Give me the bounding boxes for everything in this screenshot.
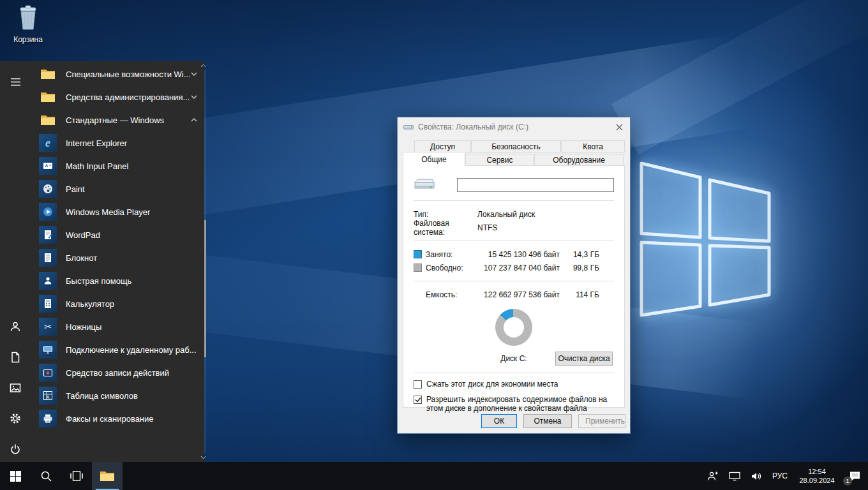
- fax-icon: [38, 410, 57, 427]
- separator: [414, 373, 614, 373]
- scroll-up-icon[interactable]: [200, 63, 207, 69]
- used-legend-swatch: [414, 250, 422, 258]
- start-item-steps-recorder[interactable]: Средство записи действий: [31, 361, 207, 384]
- tab-quota[interactable]: Квота: [561, 140, 625, 152]
- start-button[interactable]: [0, 462, 31, 490]
- scrollbar-thumb[interactable]: [204, 220, 206, 357]
- file-explorer-icon: [100, 470, 115, 482]
- quick-assist-icon: [38, 272, 57, 290]
- tab-row-front: Общие Сервис Оборудование: [403, 152, 625, 166]
- tab-sharing[interactable]: Доступ: [414, 140, 471, 152]
- free-space-row: Свободно: 107 237 847 040 байт 99,8 ГБ: [414, 261, 614, 274]
- hamburger-icon[interactable]: [0, 69, 31, 94]
- drive-large-icon: [414, 176, 435, 194]
- filesystem-label: Файловая система:: [414, 219, 477, 237]
- close-icon[interactable]: [608, 118, 630, 136]
- dialog-titlebar[interactable]: Свойства: Локальный диск (C:): [398, 117, 630, 137]
- index-checkbox[interactable]: [414, 396, 422, 404]
- capacity-row: Емкость: 122 662 977 536 байт 114 ГБ: [414, 288, 614, 301]
- user-icon[interactable]: [0, 314, 31, 339]
- recycle-bin[interactable]: Корзина: [5, 5, 51, 44]
- recycle-bin-label: Корзина: [5, 35, 51, 44]
- file-explorer-button[interactable]: [92, 462, 123, 490]
- cancel-button[interactable]: Отмена: [523, 414, 572, 428]
- start-item-fax-scan[interactable]: Факсы и сканирование: [31, 407, 207, 430]
- media-player-icon: [38, 203, 57, 221]
- checkmark-icon: [415, 397, 421, 403]
- action-center-button[interactable]: 1: [841, 462, 868, 490]
- start-item-media-player[interactable]: Windows Media Player: [31, 200, 207, 223]
- index-checkbox-row: Разрешить индексировать содержимое файло…: [414, 395, 614, 413]
- dialog-title: Свойства: Локальный диск (C:): [418, 122, 608, 131]
- ie-icon: e: [38, 134, 57, 152]
- windows-logo-icon: [10, 471, 21, 482]
- search-button[interactable]: [31, 462, 61, 490]
- tab-tools[interactable]: Сервис: [465, 154, 534, 166]
- folder-icon: [38, 91, 57, 103]
- snipping-icon: ✂: [38, 318, 57, 336]
- task-view-icon: [70, 471, 83, 481]
- compress-checkbox-row: Сжать этот диск для экономии места: [414, 380, 614, 389]
- apply-button[interactable]: Применить: [578, 414, 625, 428]
- steps-recorder-icon: [38, 364, 57, 382]
- start-item-calculator[interactable]: Калькулятор: [31, 292, 207, 315]
- math-input-icon: [38, 157, 57, 175]
- power-icon[interactable]: [0, 436, 31, 462]
- people-icon[interactable]: [702, 462, 724, 490]
- clock-time: 12:54: [793, 467, 841, 476]
- start-item-character-map[interactable]: A Таблица символов: [31, 384, 207, 407]
- disk-properties-dialog: Свойства: Локальный диск (C:) Доступ Без…: [397, 117, 631, 434]
- svg-text:A: A: [47, 395, 50, 399]
- start-item-snipping-tool[interactable]: ✂ Ножницы: [31, 315, 207, 338]
- start-item-admin-tools-folder[interactable]: Средства администрирования...: [31, 85, 207, 108]
- start-item-paint[interactable]: Paint: [31, 177, 207, 200]
- display-icon[interactable]: [724, 462, 745, 490]
- chevron-up-icon: [191, 118, 197, 122]
- disk-cleanup-button[interactable]: Очистка диска: [555, 352, 613, 366]
- notification-badge: 1: [843, 477, 852, 486]
- volume-label-input[interactable]: [457, 178, 614, 192]
- recycle-bin-icon: [17, 5, 40, 31]
- notepad-icon: [38, 249, 57, 267]
- start-item-notepad[interactable]: Блокнот: [31, 246, 207, 269]
- task-view-button[interactable]: [61, 462, 92, 490]
- tab-control: Доступ Безопасность Квота Общие Сервис О…: [403, 140, 625, 408]
- filesystem-value: NTFS: [477, 223, 497, 232]
- calculator-icon: [38, 295, 57, 313]
- start-item-quick-assist[interactable]: Быстрая помощь: [31, 269, 207, 292]
- settings-icon[interactable]: [0, 406, 31, 431]
- start-item-accessories-folder[interactable]: Стандартные — Windows: [31, 108, 207, 131]
- documents-icon[interactable]: [0, 345, 31, 370]
- taskbar: РУС 12:54 28.09.2024 1: [0, 462, 868, 490]
- pictures-icon[interactable]: [0, 375, 31, 401]
- wordpad-icon: [38, 226, 57, 244]
- dialog-button-row: ОК Отмена Применить: [481, 414, 625, 428]
- start-item-math-input-panel[interactable]: Math Input Panel: [31, 154, 207, 177]
- tab-security[interactable]: Безопасность: [471, 140, 561, 152]
- ok-button[interactable]: ОК: [481, 414, 517, 428]
- paint-icon: [38, 180, 57, 198]
- search-icon: [40, 470, 52, 482]
- tab-general[interactable]: Общие: [403, 152, 465, 166]
- compress-checkbox[interactable]: [414, 380, 422, 389]
- start-item-wordpad[interactable]: WordPad: [31, 223, 207, 246]
- start-menu-scrollbar[interactable]: [204, 70, 206, 453]
- tab-hardware[interactable]: Оборудование: [534, 154, 624, 166]
- start-item-accessibility-folder[interactable]: Специальные возможности Wi...: [31, 63, 207, 85]
- language-indicator[interactable]: РУС: [767, 471, 793, 480]
- disk-caption: Диск C:: [500, 354, 527, 363]
- start-item-remote-desktop[interactable]: Подключение к удаленному раб...: [31, 338, 207, 361]
- disk-usage-donut-chart: [495, 309, 532, 346]
- scroll-down-icon[interactable]: [200, 454, 207, 461]
- taskbar-clock[interactable]: 12:54 28.09.2024: [793, 467, 841, 485]
- start-item-internet-explorer[interactable]: e Internet Explorer: [31, 131, 207, 154]
- general-tab-page: Тип:Локальный диск Файловая система:NTFS…: [403, 165, 625, 408]
- rdp-icon: [38, 341, 57, 359]
- folder-icon: [38, 68, 57, 80]
- separator: [414, 281, 614, 281]
- volume-icon[interactable]: [745, 462, 767, 490]
- charmap-icon: A: [38, 387, 57, 405]
- folder-icon: [38, 114, 57, 126]
- start-menu-app-list: Специальные возможности Wi... Средства а…: [31, 61, 207, 462]
- chevron-down-icon: [191, 95, 197, 99]
